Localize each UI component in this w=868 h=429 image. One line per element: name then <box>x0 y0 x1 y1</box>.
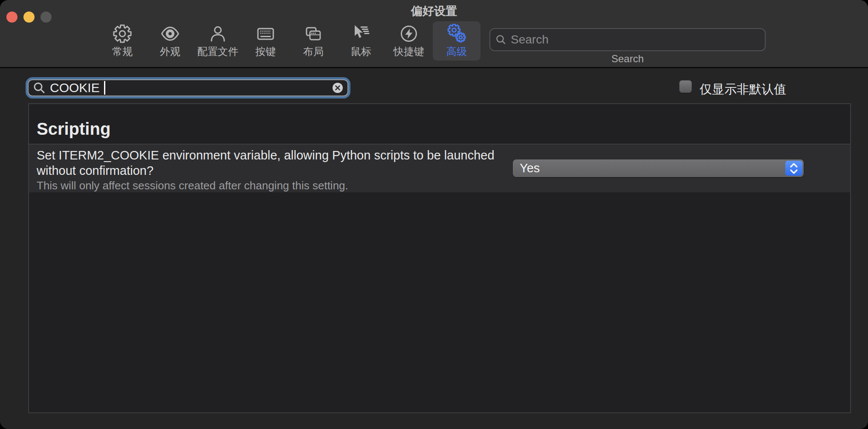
setting-question: Set ITERM2_COOKIE environment variable, … <box>37 148 521 178</box>
search-icon <box>33 81 46 94</box>
settings-search-input[interactable]: COOKIE <box>26 77 350 99</box>
bolt-icon <box>399 24 419 43</box>
toolbar: 常规 外观 配置文件 <box>98 21 480 61</box>
toolbar-search-label: Search <box>489 53 766 65</box>
toolbar-search-field[interactable]: Search <box>489 28 766 51</box>
toolbar-item-keys[interactable]: 按键 <box>242 21 289 61</box>
setting-row: Set ITERM2_COOKIE environment variable, … <box>29 145 850 192</box>
content-area: COOKIE 仅显示非默认值 Scripting Set ITERM2_COOK… <box>0 70 868 429</box>
toolbar-item-appearance[interactable]: 外观 <box>146 21 194 61</box>
setting-note: This will only affect sessions created a… <box>37 179 521 192</box>
toolbar-item-label: 外观 <box>160 45 180 58</box>
toolbar-item-label: 快捷键 <box>393 45 424 58</box>
toolbar-item-label: 常规 <box>112 45 133 58</box>
toolbar-item-profiles[interactable]: 配置文件 <box>194 21 242 61</box>
value-popup-button[interactable]: Yes <box>513 159 804 177</box>
toolbar-item-arrangements[interactable]: 布局 <box>289 21 337 61</box>
clear-circle-x-icon <box>332 82 343 93</box>
text-caret <box>104 81 105 95</box>
person-icon <box>208 24 228 43</box>
toolbar-item-label: 鼠标 <box>351 45 371 58</box>
clear-search-button[interactable] <box>332 82 343 93</box>
settings-search-input-inner[interactable]: COOKIE <box>28 79 348 96</box>
search-query-text: COOKIE <box>50 81 100 95</box>
toolbar-item-pointer[interactable]: 鼠标 <box>337 21 385 61</box>
toolbar-item-general[interactable]: 常规 <box>98 21 146 61</box>
search-icon <box>495 34 506 45</box>
keyboard-icon <box>256 24 275 43</box>
gears-icon <box>447 24 466 43</box>
eye-icon <box>160 24 180 43</box>
toolbar-item-label: 布局 <box>303 45 324 58</box>
toolbar-item-shortcuts[interactable]: 快捷键 <box>385 21 433 61</box>
non-default-checkbox-label[interactable]: 仅显示非默认值 <box>700 81 786 98</box>
toolbar-item-label: 配置文件 <box>197 45 238 58</box>
popup-selected-value: Yes <box>520 161 540 175</box>
settings-panel: Scripting Set ITERM2_COOKIE environment … <box>28 103 851 413</box>
toolbar-item-advanced[interactable]: 高级 <box>433 21 480 61</box>
section-title: Scripting <box>37 119 110 139</box>
titlebar-toolbar: 偏好设置 常规 外观 <box>0 0 868 68</box>
toolbar-search-placeholder: Search <box>511 33 549 46</box>
preferences-window: 偏好设置 常规 外观 <box>0 0 868 429</box>
popup-stepper-icon <box>785 161 802 176</box>
gear-icon <box>113 24 132 43</box>
window-title: 偏好设置 <box>0 3 868 19</box>
non-default-checkbox[interactable] <box>679 80 692 93</box>
cursor-icon <box>351 24 371 43</box>
section-header: Scripting <box>29 104 850 145</box>
toolbar-item-label: 按键 <box>255 45 276 58</box>
windows-icon <box>304 24 323 43</box>
toolbar-item-label: 高级 <box>446 45 467 58</box>
